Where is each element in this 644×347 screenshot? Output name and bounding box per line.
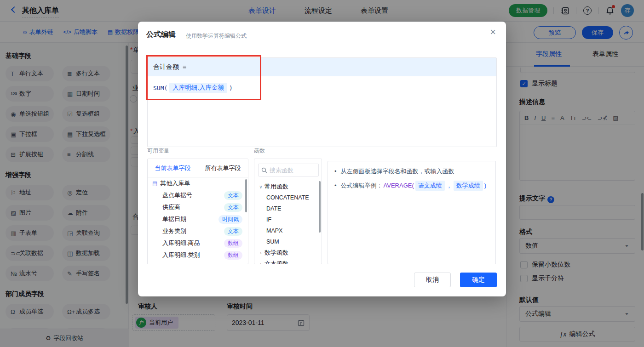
functions-panel: ∨常用函数CONCATENATEDATEIFMAPXSUM›数学函数›文本函数 (254, 159, 322, 264)
variable-type-badge: 文本 (224, 227, 242, 236)
variable-type-badge: 时间戳 (218, 215, 242, 224)
example-field-chip: 语文成绩 (415, 181, 445, 191)
variables-tree: ▤其他入库单盘点单据号文本供应商文本单据日期时间戳业务类别文本入库明细.商品数组… (148, 177, 248, 261)
confirm-button[interactable]: 确定 (460, 273, 497, 287)
formula-editor[interactable]: 合计金额 = SUM( 入库明细.入库金额 ) (147, 57, 497, 147)
variables-panel: 当前表单字段所有表单字段 ▤其他入库单盘点单据号文本供应商文本单据日期时间戳业务… (147, 159, 248, 264)
variable-row-入库明细.类别[interactable]: 入库明细.类别数组 (148, 249, 248, 261)
function-group-label: 常用函数 (264, 182, 288, 191)
function-group-文本函数[interactable]: ›文本函数 (254, 258, 322, 264)
variable-root-row[interactable]: ▤其他入库单 (148, 177, 248, 189)
cancel-button[interactable]: 取消 (414, 273, 451, 287)
chevron-collapsed-icon: › (257, 250, 264, 256)
bullet-icon: • (334, 167, 337, 176)
variable-row-入库明细.商品[interactable]: 入库明细.商品数组 (148, 237, 248, 249)
variable-root-label: 其他入库单 (160, 179, 190, 188)
variable-name: 盘点单据号 (162, 191, 192, 199)
dialog-title: 公式编辑 (146, 30, 176, 40)
formula-variable-chip[interactable]: 入库明细.入库金额 (169, 83, 227, 93)
close-icon[interactable]: × (490, 27, 496, 37)
function-item-MAPX[interactable]: MAPX (254, 225, 322, 236)
function-group-数学函数[interactable]: ›数学函数 (254, 247, 322, 258)
formula-function-close: ) (229, 85, 233, 91)
search-icon (261, 167, 267, 173)
function-group-label: 文本函数 (264, 260, 288, 264)
formula-target-field: 合计金额 (153, 63, 179, 71)
variable-name: 供应商 (162, 203, 180, 211)
form-doc-icon: ▤ (152, 180, 157, 187)
variable-type-badge: 文本 (224, 203, 242, 212)
function-search-input[interactable] (270, 167, 314, 174)
variable-type-badge: 数组 (224, 251, 242, 260)
function-group-常用函数[interactable]: ∨常用函数 (254, 181, 322, 192)
functions-section-label: 函数 (254, 147, 265, 155)
example-comma: ， (446, 181, 452, 190)
variable-name: 业务类别 (162, 227, 186, 235)
variables-tabs: 当前表单字段所有表单字段 (148, 159, 248, 177)
variable-name: 入库明细.商品 (162, 239, 200, 247)
variable-row-业务类别[interactable]: 业务类别文本 (148, 225, 248, 237)
function-item-SUM[interactable]: SUM (254, 236, 322, 247)
formula-help-panel: • 从左侧面板选择字段名和函数，或输入函数 • 公式编辑举例： AVERAGE(… (328, 161, 496, 264)
variables-scrollbar[interactable] (245, 179, 247, 212)
formula-target-row: 合计金额 = (148, 58, 496, 76)
dialog-subtitle: 使用数学运算符编辑公式 (186, 32, 247, 40)
help-tip-2: • 公式编辑举例： AVERAGE( 语文成绩 ， 数学成绩 ) (334, 181, 489, 191)
example-close-paren: ) (484, 181, 486, 190)
variable-type-badge: 文本 (224, 191, 242, 200)
equals-sign: = (183, 63, 186, 71)
variable-row-供应商[interactable]: 供应商文本 (148, 201, 248, 213)
app-window: 其他入库单 表单设计流程设定表单设置 数据管理 ? 存 ∞表单外链</>后端脚本… (0, 0, 644, 347)
function-item-CONCATENATE[interactable]: CONCATENATE (254, 192, 322, 203)
function-group-label: 数学函数 (264, 249, 288, 257)
formula-function-open: SUM( (153, 85, 167, 91)
variable-name: 入库明细.类别 (162, 251, 200, 259)
example-field-chip: 数学成绩 (454, 181, 483, 191)
help-tip-1: • 从左侧面板选择字段名和函数，或输入函数 (334, 167, 489, 176)
formula-expression[interactable]: SUM( 入库明细.入库金额 ) (153, 83, 496, 93)
variable-row-盘点单据号[interactable]: 盘点单据号文本 (148, 189, 248, 201)
bullet-icon: • (334, 181, 337, 190)
variables-section-label: 可用变量 (147, 147, 169, 155)
chevron-expanded-icon: ∨ (257, 184, 264, 189)
functions-scrollbar[interactable] (319, 181, 321, 233)
variable-name: 单据日期 (162, 215, 186, 223)
variable-row-单据日期[interactable]: 单据日期时间戳 (148, 213, 248, 225)
example-function-name: AVERAGE( (384, 181, 414, 190)
chevron-collapsed-icon: › (257, 262, 264, 265)
formula-edit-dialog: 公式编辑 使用数学运算符编辑公式 × 合计金额 = SUM( 入库明细.入库金额… (138, 22, 506, 296)
function-item-IF[interactable]: IF (254, 214, 322, 225)
variable-type-badge: 数组 (224, 239, 242, 248)
function-item-DATE[interactable]: DATE (254, 203, 322, 214)
functions-tree: ∨常用函数CONCATENATEDATEIFMAPXSUM›数学函数›文本函数 (254, 181, 322, 264)
variables-tab-当前表单字段[interactable]: 当前表单字段 (148, 159, 198, 177)
variables-tab-所有表单字段[interactable]: 所有表单字段 (198, 159, 248, 177)
function-search-box[interactable] (258, 164, 319, 176)
